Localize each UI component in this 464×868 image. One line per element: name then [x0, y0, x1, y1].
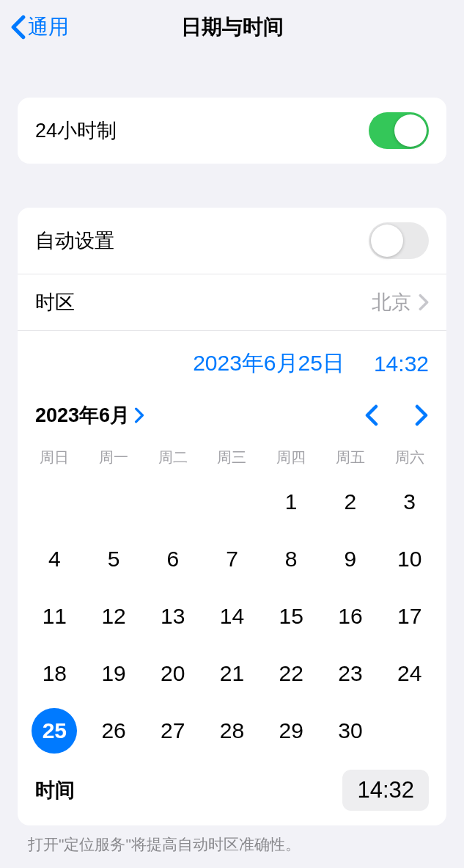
- calendar-day: [143, 473, 202, 530]
- weekday-sun: 周日: [25, 442, 84, 473]
- calendar-day[interactable]: 28: [202, 702, 262, 759]
- calendar-day[interactable]: 5: [84, 530, 144, 588]
- calendar-month-nav: 2023年6月: [18, 387, 446, 431]
- calendar-day[interactable]: 15: [262, 588, 321, 645]
- selected-date[interactable]: 2023年6月25日: [193, 349, 345, 379]
- next-month-button[interactable]: [414, 404, 429, 426]
- card-datetime-settings: 自动设置 时区 北京 2023年6月25日 14:32 2023年6月: [18, 208, 446, 825]
- weekday-mon: 周一: [84, 442, 144, 473]
- back-label: 通用: [28, 13, 69, 41]
- chevron-right-icon: [134, 407, 144, 423]
- calendar-day[interactable]: 8: [262, 530, 321, 588]
- timezone-right: 北京: [372, 289, 429, 316]
- calendar-day: [84, 473, 144, 530]
- prev-month-button[interactable]: [364, 404, 379, 426]
- row-timezone[interactable]: 时区 北京: [18, 274, 446, 330]
- switch-auto-set[interactable]: [369, 222, 429, 259]
- back-button[interactable]: 通用: [10, 13, 69, 41]
- time-value-pill[interactable]: 14:32: [342, 770, 429, 811]
- card-24hour: 24小时制: [18, 98, 446, 164]
- timezone-value: 北京: [372, 289, 411, 316]
- calendar-day[interactable]: 23: [321, 645, 380, 702]
- calendar-week: 11121314151617: [18, 588, 446, 645]
- calendar-day[interactable]: 27: [143, 702, 202, 759]
- calendar-day[interactable]: 12: [84, 588, 144, 645]
- row-time: 时间 14:32: [18, 759, 446, 825]
- weekday-thu: 周四: [262, 442, 321, 473]
- calendar-week: 252627282930: [18, 702, 446, 759]
- calendar-day[interactable]: 13: [143, 588, 202, 645]
- calendar-week: 123: [18, 473, 446, 530]
- calendar-week: 18192021222324: [18, 645, 446, 702]
- calendar-day[interactable]: 24: [380, 645, 439, 702]
- calendar-day[interactable]: 7: [202, 530, 262, 588]
- calendar-day[interactable]: 11: [25, 588, 84, 645]
- weekday-fri: 周五: [321, 442, 380, 473]
- calendar-day[interactable]: 18: [25, 645, 84, 702]
- footnote: 打开"定位服务"将提高自动时区准确性。: [0, 825, 464, 855]
- calendar-grid: 1234567891011121314151617181920212223242…: [18, 473, 446, 759]
- calendar-day[interactable]: 21: [202, 645, 262, 702]
- calendar-day[interactable]: 14: [202, 588, 262, 645]
- calendar-day: [380, 702, 439, 759]
- calendar-day[interactable]: 3: [380, 473, 439, 530]
- calendar-day[interactable]: 30: [321, 702, 380, 759]
- label-24hour: 24小时制: [35, 117, 117, 144]
- calendar-day[interactable]: 20: [143, 645, 202, 702]
- calendar-day[interactable]: 9: [321, 530, 380, 588]
- calendar-day: [202, 473, 262, 530]
- calendar-day: [25, 473, 84, 530]
- label-auto-set: 自动设置: [35, 227, 114, 254]
- row-24hour: 24小时制: [18, 98, 446, 164]
- calendar-day[interactable]: 6: [143, 530, 202, 588]
- calendar-day[interactable]: 25: [25, 702, 84, 759]
- weekday-header: 周日 周一 周二 周三 周四 周五 周六: [18, 442, 446, 473]
- chevron-left-icon: [10, 15, 26, 40]
- switch-thumb: [371, 225, 403, 257]
- calendar-day[interactable]: 19: [84, 645, 144, 702]
- row-selected-datetime: 2023年6月25日 14:32: [18, 330, 446, 387]
- calendar-day[interactable]: 16: [321, 588, 380, 645]
- calendar-day[interactable]: 22: [262, 645, 321, 702]
- calendar-day[interactable]: 17: [380, 588, 439, 645]
- weekday-tue: 周二: [143, 442, 202, 473]
- switch-24hour[interactable]: [369, 112, 429, 149]
- calendar-day[interactable]: 10: [380, 530, 439, 588]
- selected-time[interactable]: 14:32: [374, 351, 429, 376]
- calendar-day[interactable]: 29: [262, 702, 321, 759]
- weekday-wed: 周三: [202, 442, 262, 473]
- switch-thumb: [394, 114, 427, 147]
- page-title: 日期与时间: [181, 13, 284, 41]
- calendar-day[interactable]: 26: [84, 702, 144, 759]
- calendar-day[interactable]: 4: [25, 530, 84, 588]
- month-arrows: [364, 404, 429, 426]
- month-title-text: 2023年6月: [35, 402, 130, 428]
- calendar-week: 45678910: [18, 530, 446, 588]
- label-timezone: 时区: [35, 289, 75, 316]
- row-auto-set: 自动设置: [18, 208, 446, 274]
- calendar-day[interactable]: 1: [262, 473, 321, 530]
- month-picker[interactable]: 2023年6月: [35, 402, 144, 428]
- weekday-sat: 周六: [380, 442, 439, 473]
- header: 通用 日期与时间: [0, 0, 464, 54]
- chevron-right-icon: [419, 293, 429, 311]
- time-label: 时间: [35, 777, 75, 803]
- calendar-day[interactable]: 2: [321, 473, 380, 530]
